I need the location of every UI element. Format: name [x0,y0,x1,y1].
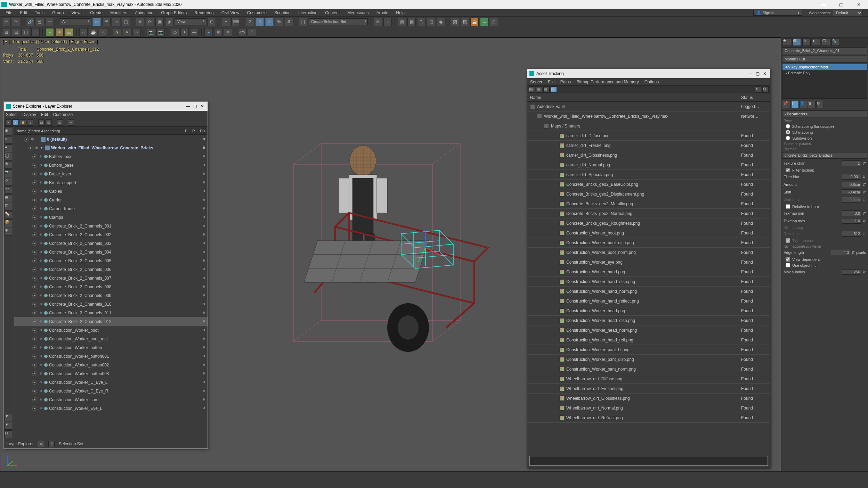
texmap-max-input[interactable] [842,218,861,224]
manipulate-button[interactable]: ✶ [222,18,230,26]
light-sun-button[interactable]: ☀ [123,28,131,36]
type-3d-radio[interactable]: 3D mapping [781,129,868,135]
menu-group[interactable]: Group [49,10,67,16]
tree-row[interactable]: ❄Concrete_Brick_2_Channels_012❄ [14,317,208,326]
menu-graph-editors[interactable]: Graph Editors [157,10,190,16]
tree-row[interactable]: ❄Concrete_Brick_2_Channels_001❄ [14,222,208,230]
tree-row[interactable]: ❄Carrier❄ [14,196,208,204]
at-tb-2[interactable]: ▤ [536,86,542,93]
tree-row[interactable]: ❄Construction_Worker_button❄ [14,343,208,352]
asset-row[interactable]: Concrete_Bricks_geo2_BaseColor.pngFound [527,180,770,189]
asset-row[interactable]: Construction_Worker_boot.pngFound [527,228,770,238]
asset-row[interactable]: Wheelbarrow_dirt_Refract.pngFound [527,413,770,423]
ref-coord-dropdown[interactable]: View [175,18,206,25]
asset-row[interactable]: Construction_Worker_head_disp.pngFound [527,316,770,325]
tree-row[interactable]: ❄Construction_Worker_button001❄ [14,352,208,361]
unlink-button[interactable]: ⛓ [36,18,44,26]
tree-row[interactable]: ❄Construction_Worker_boot❄ [14,326,208,334]
tree-row[interactable]: ❄Concrete_Brick_2_Channels_007❄ [14,274,208,282]
at-tb-3[interactable]: ▤ [543,86,550,93]
selection-set-dropdown[interactable]: Create Selection Set [309,18,368,25]
tree-row[interactable]: ❄Brake_lever❄ [14,169,208,178]
material-editor-button[interactable]: ◉ [437,18,445,26]
asset-row[interactable]: Construction_Worker_boot_disp.pngFound [527,238,770,248]
filter-groups[interactable]: ▣ [5,195,12,202]
menu-scripting[interactable]: Scripting [271,10,294,16]
modify-tab[interactable]: 🛠 [793,38,801,46]
filter-containers[interactable]: 📦 [5,220,12,227]
parameters-rollout[interactable]: Parameters [782,110,867,117]
tree-row[interactable]: ❄▾Worker_with_Filled_Wheelbarrow_Concret… [14,143,208,152]
particles-button[interactable]: ❄ [214,28,222,36]
se-lock[interactable]: 🔒 [20,119,26,126]
window-minimize[interactable]: — [818,2,829,7]
tree-row[interactable]: ❄Battery_box❄ [14,152,208,161]
asset-list[interactable]: Autodesk VaultLogged…Worker_with_Filled_… [527,102,770,454]
modifier-list-dropdown[interactable]: Modifier List [782,56,867,63]
at-col-name[interactable]: Name [527,95,739,100]
asset-row[interactable]: Construction_Worker_head.pngFound [527,306,770,316]
menu-help[interactable]: Help [392,10,408,16]
tree-row[interactable]: ❄Concrete_Brick_2_Channels_009❄ [14,291,208,300]
select-rect-button[interactable]: ▭ [112,18,120,26]
asset-row[interactable]: Concrete_Bricks_geo2_Roughness.pngFound [527,218,770,228]
tree-row[interactable]: ❄Cables❄ [14,187,208,196]
asset-row[interactable]: Maps / Shaders [527,121,770,131]
helper-tape-button[interactable]: — [190,28,198,36]
asset-row[interactable]: carrier_dirt_Diffuse.pngFound [527,131,770,141]
se-layer-select[interactable]: ▤ [57,119,63,126]
asset-row[interactable]: Construction_Worker_boot_norm.pngFound [527,248,770,257]
filter-geometry[interactable]: ● [5,144,12,152]
se-filter-name[interactable]: ▼ [13,119,19,126]
asset-row[interactable]: carrier_dirt_Normal.pngFound [527,160,770,170]
helper-point-button[interactable]: ✦ [180,28,189,36]
physics-button[interactable]: ● [204,28,213,36]
tree-row[interactable]: ❄Bottom_base❄ [14,161,208,169]
asset-row[interactable]: Construction_Worker_pant_norm.pngFound [527,364,770,374]
se-sort[interactable]: ↕ [27,119,33,126]
menu-civil-view[interactable]: Civil View [218,10,243,16]
tree-row[interactable]: ❄Construction_Worker_button003❄ [14,369,208,378]
filter-frozen[interactable]: ❄ [5,228,12,235]
object-name-field[interactable]: Concrete_Brick_2_Channels_01 [782,47,867,54]
hierarchy-tab[interactable]: ⊞ [802,38,811,46]
tree-row[interactable]: ❄Concrete_Brick_2_Channels_003❄ [14,239,208,248]
tree-row[interactable]: ❄Construction_Worker_cord❄ [14,395,208,404]
create-cone-button[interactable]: △ [99,28,107,36]
at-maximize[interactable]: ▢ [756,71,760,76]
create-box-button[interactable]: ■ [55,28,64,36]
at-close[interactable]: ✕ [763,71,766,76]
select-name-button[interactable]: ☰ [102,18,111,26]
view-dependent-check[interactable]: View-dependent [781,256,868,262]
asset-row[interactable]: Concrete_Bricks_geo2_Metallic.pngFound [527,199,770,209]
relative-bbox-check[interactable]: Relative to bbox [781,204,868,209]
vp-layout-button[interactable]: ▤ [12,28,20,36]
display-tab[interactable]: 🖵 [822,38,830,46]
make-unique-button[interactable]: 👤 [800,101,807,108]
use-object-mtl-check[interactable]: Use object mtl [781,262,868,268]
asset-row[interactable]: carrier_dirt_Fresnel.pngFound [527,141,770,150]
at-col-status[interactable]: Status [739,95,770,100]
undo-button[interactable]: ↶ [2,18,10,26]
shift-input[interactable] [842,189,861,195]
tree-row[interactable]: ❄Construction_Worker_C_Eye_R❄ [14,387,208,395]
asset-row[interactable]: Construction_Worker_pant_bl.pngFound [527,345,770,355]
render-setup-button[interactable]: 🖼 [451,18,459,26]
redo-button[interactable]: ↷ [12,18,20,26]
filter-bones[interactable]: 🦴 [5,211,12,219]
window-close[interactable]: ✕ [853,2,865,7]
vp-display-button[interactable]: ▭ [31,28,40,36]
filter-shapes[interactable]: ◯ [5,153,12,160]
asset-row[interactable]: Wheelbarrow_dirt_Fresnel.pngFound [527,384,770,394]
particle-flow-button[interactable]: ❋ [224,28,232,36]
scene-explorer-maximize[interactable]: ▢ [193,104,197,109]
open-autodesk-button[interactable]: ⊞ [490,18,498,26]
asset-row[interactable]: carrier_dirt_Glossiness.pngFound [527,150,770,160]
configure-sets-button[interactable]: ⚙ [816,101,824,108]
workspace-dropdown[interactable]: Default [833,10,862,16]
scene-explorer-close[interactable]: ✕ [201,104,204,109]
texmap-min-input[interactable] [842,210,861,216]
sign-in-button[interactable]: 👤Sign In [753,10,802,16]
keyboard-shortcut-button[interactable]: ⌨ [232,18,240,26]
camera-free-button[interactable]: 📷 [156,28,165,36]
